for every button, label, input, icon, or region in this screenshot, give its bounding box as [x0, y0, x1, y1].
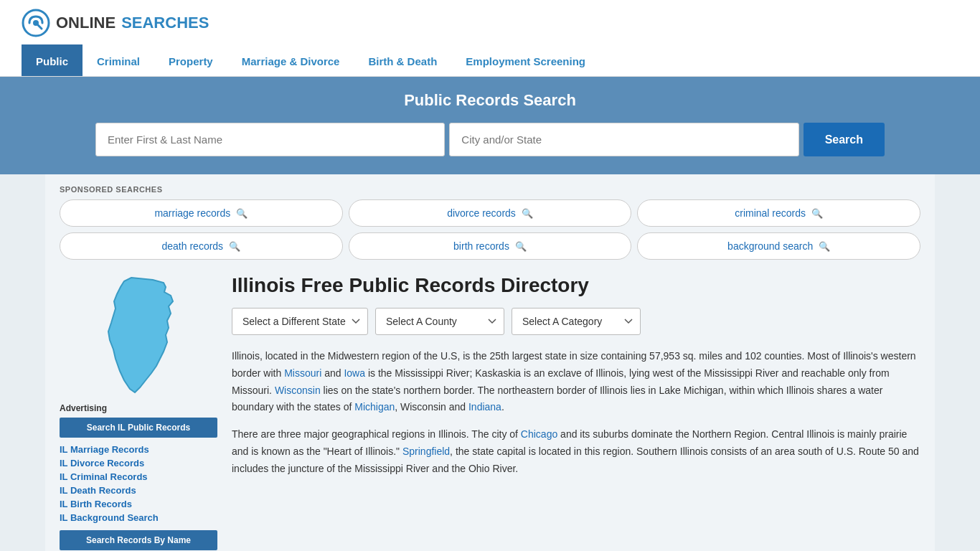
- link-chicago[interactable]: Chicago: [521, 428, 557, 440]
- dropdowns: Select a Different State Select A County…: [232, 308, 920, 335]
- link-iowa[interactable]: Iowa: [344, 367, 365, 379]
- main-area: SPONSORED SEARCHES marriage records 🔍 di…: [45, 174, 935, 551]
- sponsored-item-death[interactable]: death records 🔍: [60, 232, 343, 260]
- search-records-by-name-button[interactable]: Search Records By Name: [60, 530, 217, 550]
- description-p1: Illinois, located in the Midwestern regi…: [232, 348, 920, 416]
- content-wrapper: Advertising Search IL Public Records IL …: [60, 274, 920, 550]
- link-michigan[interactable]: Michigan: [354, 401, 395, 413]
- search-icon-4: 🔍: [515, 241, 527, 252]
- nav: Public Criminal Property Marriage & Divo…: [22, 44, 958, 76]
- nav-item-birth-death[interactable]: Birth & Death: [354, 44, 451, 76]
- link-springfield[interactable]: Springfield: [402, 446, 450, 457]
- svg-line-2: [38, 25, 42, 29]
- sidebar-link-criminal[interactable]: IL Criminal Records: [60, 471, 148, 482]
- search-bar: Search: [95, 123, 885, 156]
- nav-item-property[interactable]: Property: [154, 44, 227, 76]
- logo-icon: [22, 9, 50, 37]
- county-dropdown[interactable]: Select A County: [375, 308, 504, 335]
- search-icon-0: 🔍: [236, 208, 248, 219]
- nav-item-marriage-divorce[interactable]: Marriage & Divorce: [227, 44, 354, 76]
- location-input[interactable]: [449, 123, 798, 156]
- nav-item-public[interactable]: Public: [22, 44, 83, 76]
- sidebar-link-birth[interactable]: IL Birth Records: [60, 499, 132, 509]
- nav-item-employment[interactable]: Employment Screening: [451, 44, 600, 76]
- search-button[interactable]: Search: [804, 123, 885, 156]
- search-icon-5: 🔍: [819, 241, 830, 252]
- description-p2: There are three major geographical regio…: [232, 426, 920, 477]
- sponsored-item-birth[interactable]: birth records 🔍: [349, 232, 632, 260]
- sponsored-text-birth: birth records: [453, 240, 509, 252]
- sponsored-text-criminal: criminal records: [735, 207, 806, 219]
- link-wisconsin[interactable]: Wisconsin: [275, 385, 321, 396]
- name-input[interactable]: [95, 123, 445, 156]
- search-il-public-records-button[interactable]: Search IL Public Records: [60, 418, 217, 438]
- sidebar: Advertising Search IL Public Records IL …: [60, 274, 217, 550]
- sidebar-link-background[interactable]: IL Background Search: [60, 512, 159, 523]
- description: Illinois, located in the Midwestern regi…: [232, 348, 920, 478]
- sponsored-text-death: death records: [162, 240, 224, 252]
- search-icon-2: 🔍: [811, 208, 823, 219]
- sponsored-text-marriage: marriage records: [154, 207, 230, 219]
- main-content: Illinois Free Public Records Directory S…: [232, 274, 920, 550]
- sponsored-item-background[interactable]: background search 🔍: [637, 232, 920, 260]
- advertising-label: Advertising: [60, 403, 217, 413]
- nav-item-criminal[interactable]: Criminal: [83, 44, 154, 76]
- sidebar-link-marriage[interactable]: IL Marriage Records: [60, 444, 149, 455]
- search-icon-1: 🔍: [522, 208, 533, 219]
- header-top: ONLINESEARCHES: [22, 9, 958, 37]
- sidebar-links: IL Marriage Records IL Divorce Records I…: [60, 443, 217, 523]
- sidebar-link-divorce[interactable]: IL Divorce Records: [60, 458, 144, 468]
- sidebar-link-death[interactable]: IL Death Records: [60, 485, 136, 496]
- sponsored-item-marriage[interactable]: marriage records 🔍: [60, 199, 343, 227]
- logo-text-online: ONLINE: [56, 14, 116, 32]
- search-icon-3: 🔍: [229, 241, 240, 252]
- logo: ONLINESEARCHES: [22, 9, 209, 37]
- sponsored-item-criminal[interactable]: criminal records 🔍: [637, 199, 920, 227]
- hero-title: Public Records Search: [22, 91, 958, 110]
- link-missouri[interactable]: Missouri: [284, 367, 321, 379]
- sponsored-label: SPONSORED SEARCHES: [60, 185, 920, 194]
- header: ONLINESEARCHES Public Criminal Property …: [0, 0, 980, 77]
- illinois-map-icon: [88, 274, 189, 396]
- sponsored-text-divorce: divorce records: [447, 207, 516, 219]
- category-dropdown[interactable]: Select A Category: [512, 308, 641, 335]
- state-dropdown[interactable]: Select a Different State: [232, 308, 368, 335]
- page-title: Illinois Free Public Records Directory: [232, 274, 920, 297]
- logo-text-searches: SEARCHES: [121, 14, 209, 32]
- hero-banner: Public Records Search Search: [0, 77, 980, 174]
- sponsored-item-divorce[interactable]: divorce records 🔍: [349, 199, 632, 227]
- sponsored-grid: marriage records 🔍 divorce records 🔍 cri…: [60, 199, 920, 260]
- link-indiana[interactable]: Indiana: [468, 401, 501, 413]
- sponsored-text-background: background search: [727, 240, 813, 252]
